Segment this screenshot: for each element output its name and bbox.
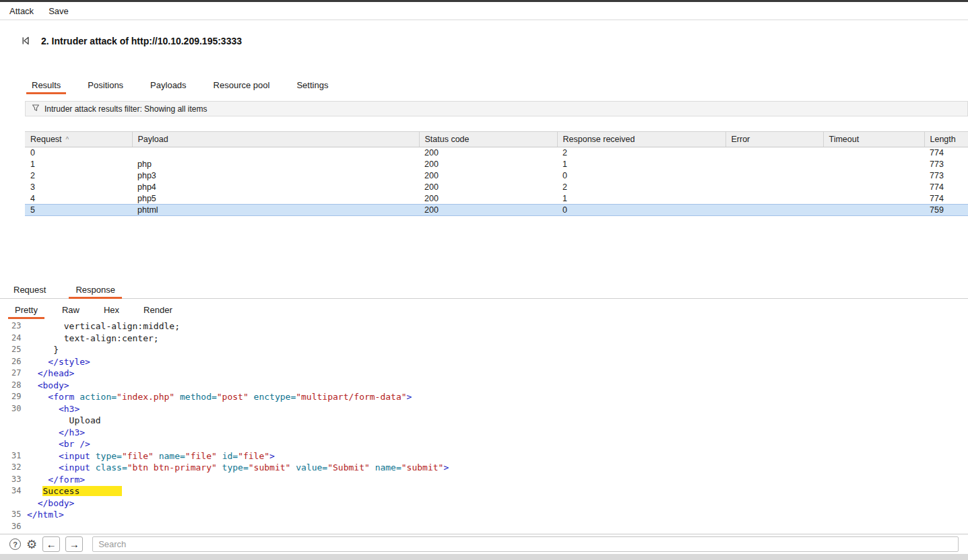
- table-cell: 200: [419, 193, 557, 205]
- column-header-length[interactable]: Length: [924, 132, 968, 147]
- column-label: Length: [930, 135, 956, 144]
- table-cell: 3: [25, 182, 132, 193]
- code-line[interactable]: 33 </form>: [0, 474, 968, 486]
- menu-item-attack[interactable]: Attack: [2, 6, 41, 16]
- code-token: value=: [290, 462, 327, 473]
- table-row[interactable]: 3php42002774: [25, 182, 968, 193]
- column-header-payload[interactable]: Payload: [132, 132, 419, 147]
- code-line[interactable]: 23 vertical-align:middle;: [0, 320, 968, 332]
- attack-tabs: ResultsPositionsPayloadsResource poolSet…: [25, 75, 348, 94]
- code-line[interactable]: 24 text-align:center;: [0, 332, 968, 345]
- table-cell: 773: [924, 170, 968, 182]
- view-tab-raw[interactable]: Raw: [54, 301, 88, 319]
- view-tab-hex[interactable]: Hex: [96, 301, 127, 319]
- code-line[interactable]: Upload: [0, 415, 968, 427]
- code-token: </h3>: [59, 427, 85, 438]
- table-cell: 0: [557, 170, 725, 182]
- tab-results[interactable]: Results: [25, 75, 67, 94]
- attack-title: 2. Intruder attack of http://10.10.209.1…: [41, 36, 242, 46]
- table-cell: [725, 193, 823, 205]
- search-input[interactable]: [92, 536, 959, 552]
- results-table-container: Request^PayloadStatus codeResponse recei…: [25, 131, 968, 216]
- code-text: <input class="btn btn-primary" type="sub…: [27, 462, 968, 474]
- table-row[interactable]: 02002774: [25, 147, 968, 159]
- code-line[interactable]: 32 <input class="btn btn-primary" type="…: [0, 462, 968, 474]
- code-line[interactable]: 35</html>: [0, 509, 968, 521]
- code-token: "multipart/form-data": [296, 392, 406, 402]
- code-token: "Submit": [327, 462, 370, 473]
- code-token: text-align:center;: [27, 333, 159, 343]
- tab-resource-pool[interactable]: Resource pool: [207, 75, 277, 94]
- code-line[interactable]: 29 <form action="index.php" method="post…: [0, 391, 968, 403]
- code-line[interactable]: 30 <h3>: [0, 403, 968, 415]
- line-number: 29: [0, 391, 27, 403]
- code-token: id=: [217, 451, 238, 461]
- code-line[interactable]: 34 Success: [0, 485, 968, 497]
- line-number: 28: [0, 380, 27, 392]
- code-line[interactable]: <br />: [0, 438, 968, 450]
- line-number: [0, 497, 27, 510]
- code-line[interactable]: </body>: [0, 497, 968, 510]
- table-cell: 773: [924, 159, 968, 170]
- column-header-response-received[interactable]: Response received: [557, 132, 725, 147]
- code-text: </html>: [27, 509, 968, 521]
- filter-label: Intruder attack results filter: Showing …: [44, 104, 207, 114]
- table-row[interactable]: 2php32000773: [25, 170, 968, 182]
- table-row[interactable]: 4php52001774: [25, 193, 968, 205]
- column-header-error[interactable]: Error: [725, 132, 823, 147]
- code-line[interactable]: 31 <input type="file" name="file" id="fi…: [0, 450, 968, 462]
- code-token: [27, 357, 48, 367]
- attack-title-row: 2. Intruder attack of http://10.10.209.1…: [20, 35, 242, 46]
- view-tab-render[interactable]: Render: [135, 301, 181, 319]
- code-token: name=: [370, 462, 401, 473]
- code-token: "file": [185, 451, 217, 461]
- table-row[interactable]: 5phtml2000759: [25, 205, 968, 216]
- line-number: 25: [0, 344, 27, 356]
- table-cell: 2: [557, 147, 725, 159]
- code-text: <body>: [27, 380, 968, 392]
- code-line[interactable]: 26 </style>: [0, 356, 968, 368]
- tab-positions[interactable]: Positions: [81, 75, 130, 94]
- table-cell: 2: [25, 170, 132, 182]
- tab-payloads[interactable]: Payloads: [143, 75, 193, 94]
- previous-match-icon[interactable]: ←: [42, 536, 60, 552]
- settings-gear-icon[interactable]: ⚙: [26, 538, 37, 551]
- code-token: [27, 380, 38, 390]
- view-tab-pretty[interactable]: Pretty: [7, 301, 46, 319]
- column-header-request[interactable]: Request^: [25, 132, 132, 147]
- results-filter-bar[interactable]: Intruder attack results filter: Showing …: [25, 101, 968, 116]
- next-match-icon[interactable]: →: [65, 536, 83, 552]
- editor-search-bar: ?⚙←→: [0, 534, 968, 554]
- code-text: <form action="index.php" method="post" e…: [27, 391, 968, 403]
- filter-funnel-icon: [32, 104, 40, 114]
- code-line[interactable]: </h3>: [0, 427, 968, 439]
- results-table: Request^PayloadStatus codeResponse recei…: [25, 131, 968, 216]
- code-line[interactable]: 36: [0, 521, 968, 533]
- code-line[interactable]: 28 <body>: [0, 380, 968, 392]
- code-token: name=: [154, 451, 185, 461]
- menu-item-save[interactable]: Save: [41, 6, 76, 16]
- column-header-timeout[interactable]: Timeout: [823, 132, 924, 147]
- line-number: 30: [0, 403, 27, 415]
- code-line[interactable]: 27 </head>: [0, 368, 968, 380]
- previous-attack-icon[interactable]: [20, 35, 32, 46]
- code-text: </form>: [27, 474, 968, 486]
- help-icon[interactable]: ?: [9, 538, 21, 550]
- tab-settings[interactable]: Settings: [290, 75, 335, 94]
- code-token: [27, 439, 59, 449]
- table-cell: 2: [557, 182, 725, 193]
- column-header-status-code[interactable]: Status code: [419, 132, 557, 147]
- code-text: <h3>: [27, 403, 968, 415]
- code-token: "file": [238, 451, 269, 461]
- table-row[interactable]: 1php2001773: [25, 159, 968, 170]
- line-number: 34: [0, 485, 27, 497]
- response-editor[interactable]: 23 vertical-align:middle;24 text-align:c…: [0, 320, 968, 534]
- table-cell: [823, 182, 924, 193]
- table-cell: 200: [419, 147, 557, 159]
- message-tab-request[interactable]: Request: [5, 281, 54, 299]
- message-view-tabs: PrettyRawHexRender: [7, 301, 189, 319]
- code-token: "file": [122, 451, 154, 461]
- table-cell: [725, 182, 823, 193]
- code-line[interactable]: 25 }: [0, 344, 968, 356]
- message-tab-response[interactable]: Response: [67, 281, 123, 299]
